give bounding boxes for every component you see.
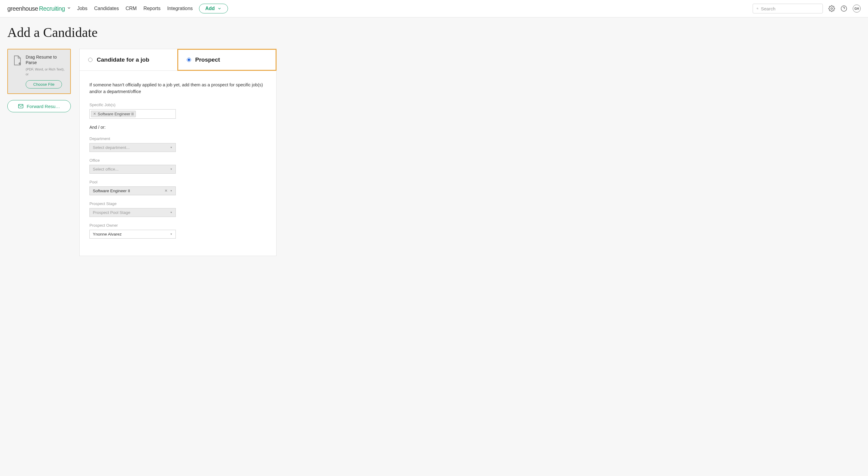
field-department: Department Select department... ▼ (89, 136, 267, 152)
choose-file-button[interactable]: Choose File (26, 80, 62, 89)
chevron-down-icon: ▼ (170, 189, 173, 192)
form-body: If someone hasn't officially applied to … (80, 71, 276, 256)
office-select[interactable]: Select office... ▼ (89, 165, 176, 173)
tab-prospect-label: Prospect (195, 57, 220, 63)
prospect-stage-label: Prospect Stage (89, 201, 267, 206)
top-nav: greenhouseRecruiting Jobs Candidates CRM… (0, 0, 868, 18)
intro-text: If someone hasn't officially applied to … (89, 82, 267, 95)
help-button[interactable] (840, 5, 847, 12)
logo-recruiting-text: Recruiting (39, 5, 65, 12)
department-value: Select department... (93, 145, 130, 150)
radio-icon (88, 58, 92, 62)
specific-jobs-input[interactable]: ✕ Software Engineer II (89, 109, 176, 119)
pool-select[interactable]: Software Engineer II ✕ ▼ (89, 186, 176, 195)
field-prospect-stage: Prospect Stage Prospect Pool Stage ▼ (89, 201, 267, 217)
chevron-down-icon: ▼ (170, 168, 173, 170)
tab-prospect[interactable]: Prospect (177, 49, 277, 71)
logo-dropdown[interactable]: greenhouseRecruiting (7, 5, 71, 12)
prospect-stage-select[interactable]: Prospect Pool Stage ▼ (89, 208, 176, 217)
close-icon[interactable]: ✕ (164, 189, 167, 193)
nav-right: GH (753, 4, 861, 13)
tabs: Candidate for a job Prospect (80, 49, 276, 71)
page-content: Add a Candidate Drag Resume to Parse (PD… (0, 18, 868, 263)
avatar-initials: GH (855, 7, 859, 10)
chevron-down-icon (67, 6, 71, 11)
search-input[interactable] (761, 6, 819, 11)
chevron-down-icon: ▼ (170, 146, 173, 149)
forward-resume-label: Forward Resu… (27, 104, 60, 109)
field-prospect-owner: Prospect Owner Ynonne Alvarez ▼ (89, 223, 267, 239)
chevron-down-icon (217, 6, 222, 11)
chevron-down-icon: ▼ (170, 211, 173, 214)
svg-line-1 (758, 9, 758, 9)
logo-greenhouse-text: greenhouse (7, 5, 38, 12)
add-button-label: Add (206, 6, 215, 11)
pool-label: Pool (89, 180, 267, 184)
field-pool: Pool Software Engineer II ✕ ▼ (89, 180, 267, 195)
nav-link-integrations[interactable]: Integrations (167, 6, 193, 11)
settings-button[interactable] (828, 5, 835, 12)
department-label: Department (89, 136, 267, 141)
tab-candidate[interactable]: Candidate for a job (80, 49, 178, 70)
resume-dropzone[interactable]: Drag Resume to Parse (PDF, Word, or Rich… (7, 49, 71, 94)
department-select[interactable]: Select department... ▼ (89, 143, 176, 152)
sidebar: Drag Resume to Parse (PDF, Word, or Rich… (7, 49, 71, 256)
andor-text: And / or: (89, 125, 267, 130)
dropzone-hint: (PDF, Word, or Rich Text), or (26, 67, 65, 76)
job-tag-label: Software Engineer II (98, 112, 134, 116)
avatar[interactable]: GH (853, 5, 861, 12)
field-specific-jobs: Specific Job(s) ✕ Software Engineer II (89, 102, 267, 119)
pool-value: Software Engineer II (93, 189, 130, 193)
office-label: Office (89, 158, 267, 163)
svg-point-3 (841, 6, 847, 11)
prospect-owner-label: Prospect Owner (89, 223, 267, 228)
add-button[interactable]: Add (199, 4, 228, 13)
forward-resume-button[interactable]: Forward Resu… (7, 100, 71, 112)
prospect-owner-value: Ynonne Alvarez (93, 232, 122, 236)
prospect-owner-select[interactable]: Ynonne Alvarez ▼ (89, 230, 176, 239)
svg-point-2 (831, 8, 833, 9)
dropzone-text: Drag Resume to Parse (PDF, Word, or Rich… (26, 54, 65, 89)
close-icon[interactable]: ✕ (93, 112, 96, 116)
prospect-stage-value: Prospect Pool Stage (93, 210, 130, 215)
page-title: Add a Candidate (7, 25, 861, 40)
help-icon (840, 5, 847, 12)
chevron-down-icon: ▼ (170, 233, 173, 235)
tab-candidate-label: Candidate for a job (97, 57, 149, 63)
main-panel: Candidate for a job Prospect If someone … (79, 49, 277, 256)
nav-link-jobs[interactable]: Jobs (77, 6, 88, 11)
nav-link-reports[interactable]: Reports (144, 6, 160, 11)
mail-icon (18, 103, 24, 109)
svg-point-0 (757, 8, 758, 9)
dropzone-title: Drag Resume to Parse (26, 54, 65, 65)
layout: Drag Resume to Parse (PDF, Word, or Rich… (7, 49, 861, 256)
nav-link-candidates[interactable]: Candidates (94, 6, 119, 11)
file-plus-icon (13, 55, 22, 89)
office-value: Select office... (93, 167, 119, 171)
search-icon (756, 6, 758, 11)
nav-links: Jobs Candidates CRM Reports Integrations (77, 6, 193, 11)
search-box[interactable] (753, 4, 823, 13)
field-office: Office Select office... ▼ (89, 158, 267, 173)
job-tag: ✕ Software Engineer II (91, 111, 136, 117)
radio-checked-icon (187, 58, 191, 62)
specific-jobs-label: Specific Job(s) (89, 102, 267, 107)
nav-link-crm[interactable]: CRM (125, 6, 136, 11)
gear-icon (828, 5, 835, 12)
